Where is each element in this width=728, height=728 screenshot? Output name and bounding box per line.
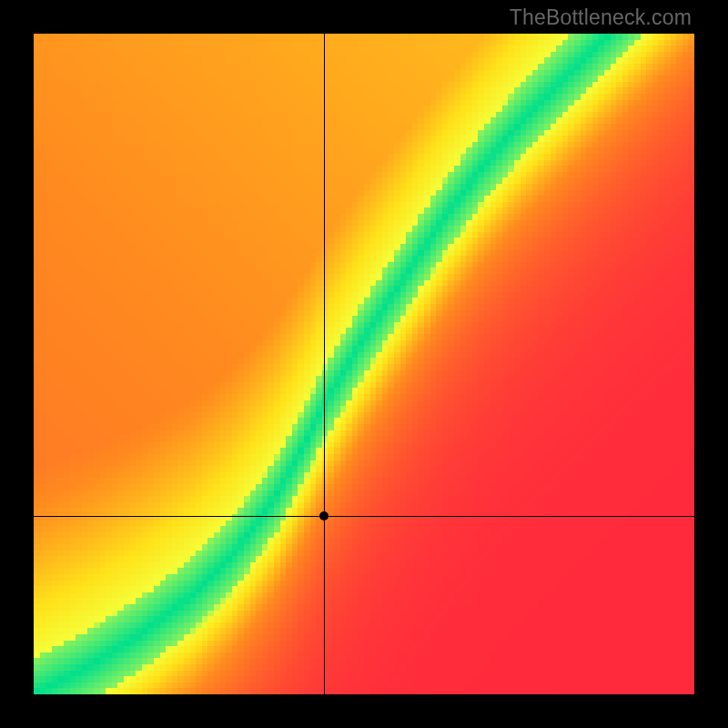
heatmap-canvas: [34, 34, 694, 694]
crosshair-vertical: [324, 34, 325, 694]
chart-frame: TheBottleneck.com: [0, 0, 728, 728]
data-point-marker: [319, 511, 329, 521]
crosshair-horizontal: [34, 516, 694, 517]
watermark-text: TheBottleneck.com: [510, 5, 692, 30]
heatmap-plot: [34, 34, 694, 694]
